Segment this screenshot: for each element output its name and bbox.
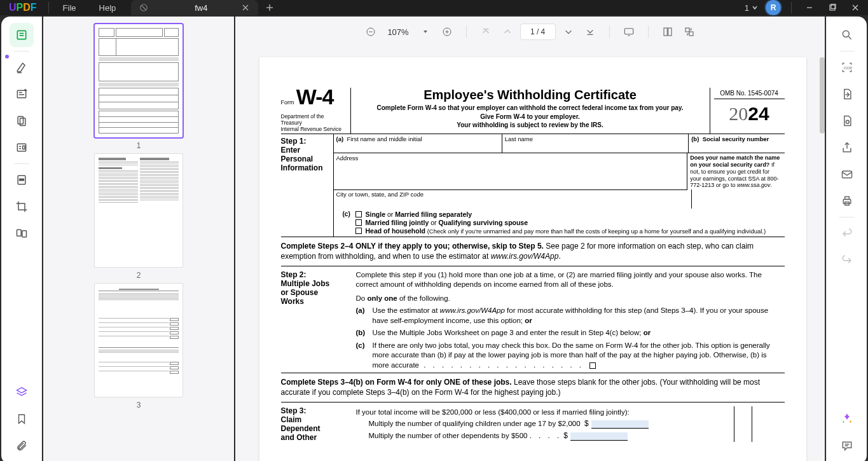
zoom-level: 107% xyxy=(383,27,412,37)
svg-rect-25 xyxy=(19,179,24,181)
share-button[interactable] xyxy=(835,135,859,160)
checkbox-hoh[interactable] xyxy=(355,228,362,234)
amount-field-other-dep[interactable] xyxy=(570,432,628,441)
tab-close-icon[interactable] xyxy=(240,3,251,13)
menu-file[interactable]: File xyxy=(52,0,88,15)
svg-marker-31 xyxy=(424,31,427,33)
form-label: Form xyxy=(281,99,294,106)
thumbnail-label-3: 3 xyxy=(137,401,141,409)
zoom-dropdown-button[interactable] xyxy=(417,23,434,41)
window-minimize-button[interactable] xyxy=(802,0,817,15)
view-toolbar: 107% 1 / 4 xyxy=(235,17,825,47)
page-thumbnail-2[interactable] xyxy=(95,154,183,267)
svg-rect-41 xyxy=(685,28,689,32)
undo-button[interactable] xyxy=(835,221,859,245)
next-page-button[interactable] xyxy=(560,23,577,41)
svg-rect-50 xyxy=(844,196,849,199)
chevron-down-icon xyxy=(752,4,758,11)
tab-title: fw4 xyxy=(155,3,234,13)
redo-button[interactable] xyxy=(835,248,859,272)
compare-tool-button[interactable] xyxy=(10,221,34,245)
window-count[interactable]: 1 xyxy=(745,3,758,13)
page-layout-button[interactable] xyxy=(659,23,677,41)
page-thumbnail-1[interactable] xyxy=(95,24,183,137)
first-page-button[interactable] xyxy=(477,23,495,41)
svg-rect-42 xyxy=(689,32,693,36)
checkbox-two-jobs[interactable] xyxy=(589,362,596,369)
svg-point-43 xyxy=(843,31,849,37)
layers-button[interactable] xyxy=(10,380,34,404)
ai-button[interactable] xyxy=(835,407,859,431)
svg-rect-26 xyxy=(17,230,21,236)
zoom-in-button[interactable] xyxy=(438,23,456,41)
amount-field-children[interactable] xyxy=(591,420,649,429)
omb-number: OMB No. 1545-0074 xyxy=(714,88,785,99)
svg-rect-39 xyxy=(664,28,667,36)
svg-rect-18 xyxy=(18,116,23,124)
menu-help[interactable]: Help xyxy=(88,0,128,15)
comment-button[interactable] xyxy=(835,434,859,458)
page-thumbnail-3[interactable] xyxy=(95,284,183,397)
bookmark-button[interactable] xyxy=(10,407,34,431)
svg-line-44 xyxy=(848,37,851,39)
tab-doc-icon xyxy=(139,3,149,13)
print-button[interactable] xyxy=(835,189,859,213)
checkbox-married-joint[interactable] xyxy=(355,219,362,226)
attachment-button[interactable] xyxy=(10,434,34,458)
right-tool-rail: OCR xyxy=(826,17,867,461)
user-avatar[interactable]: R xyxy=(766,0,781,15)
svg-rect-40 xyxy=(668,28,671,36)
zoom-out-button[interactable] xyxy=(362,23,380,41)
svg-marker-28 xyxy=(17,388,26,393)
convert-button[interactable] xyxy=(835,109,859,133)
email-button[interactable] xyxy=(835,162,859,186)
form-code: W-4 xyxy=(296,85,334,109)
fit-button[interactable] xyxy=(680,23,698,41)
document-viewport[interactable]: Form W-4 Department of the TreasuryInter… xyxy=(235,47,825,461)
reader-mode-button[interactable] xyxy=(10,23,34,47)
app-logo: UPDF xyxy=(0,2,46,13)
main-panel: 107% 1 / 4 xyxy=(235,17,825,461)
svg-line-1 xyxy=(142,6,146,10)
last-page-button[interactable] xyxy=(581,23,599,41)
titlebar: UPDF File Help fw4 1 R xyxy=(0,0,868,15)
search-button[interactable] xyxy=(835,23,859,47)
thumbnail-label-1: 1 xyxy=(137,141,141,150)
svg-rect-15 xyxy=(17,90,25,98)
svg-rect-49 xyxy=(843,200,851,204)
svg-rect-37 xyxy=(624,29,633,34)
text-edit-button[interactable] xyxy=(10,82,34,106)
checkbox-single[interactable] xyxy=(355,211,362,217)
export-button[interactable] xyxy=(835,82,859,106)
window-maximize-button[interactable] xyxy=(825,0,840,15)
svg-rect-48 xyxy=(842,171,851,178)
svg-text:OCR: OCR xyxy=(844,66,852,70)
new-tab-button[interactable] xyxy=(258,0,281,15)
pages-tool-button[interactable] xyxy=(10,109,34,133)
crop-tool-button[interactable] xyxy=(10,195,34,219)
svg-rect-7 xyxy=(830,5,835,10)
active-indicator-dot xyxy=(5,55,9,58)
pdf-page: Form W-4 Department of the TreasuryInter… xyxy=(259,57,806,461)
ocr-button[interactable]: OCR xyxy=(835,55,859,79)
svg-rect-27 xyxy=(22,231,26,237)
presentation-button[interactable] xyxy=(620,23,638,41)
document-tab[interactable]: fw4 xyxy=(131,0,258,15)
form-tool-button[interactable] xyxy=(10,135,34,160)
svg-rect-23 xyxy=(22,146,24,149)
thumbnail-label-2: 2 xyxy=(137,271,141,280)
left-tool-rail xyxy=(1,17,42,461)
form-title: Employee's Withholding Certificate xyxy=(356,88,705,102)
thumbnail-panel: 1 xyxy=(43,17,234,461)
redact-tool-button[interactable] xyxy=(10,168,34,192)
highlight-tool-button[interactable] xyxy=(10,55,34,79)
prev-page-button[interactable] xyxy=(499,23,516,41)
window-close-button[interactable] xyxy=(848,0,863,15)
page-input[interactable]: 1 / 4 xyxy=(520,24,556,40)
scrollbar-thumb[interactable] xyxy=(820,57,825,134)
